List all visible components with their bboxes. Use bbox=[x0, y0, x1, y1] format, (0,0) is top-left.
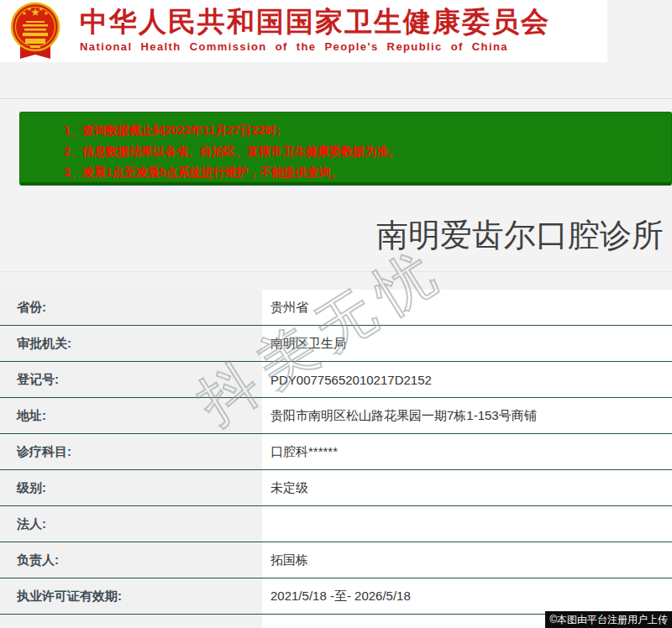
field-value: 未定级 bbox=[262, 470, 672, 505]
field-value: 贵阳市南明区松山路花果园一期7栋1-153号商铺 bbox=[262, 398, 672, 433]
table-row-person-in-charge: 负责人: 拓国栋 bbox=[0, 542, 672, 578]
field-label bbox=[0, 615, 262, 628]
table-row-registration-number: 登记号: PDY00775652010217D2152 bbox=[0, 362, 672, 398]
table-row-approval-authority: 审批机关: 南明区卫生局 bbox=[0, 326, 672, 362]
field-value: 拓国栋 bbox=[262, 542, 672, 578]
field-label: 省份: bbox=[0, 290, 262, 325]
table-row-province: 省份: 贵州省 bbox=[0, 290, 672, 326]
field-value: 2021/5/18 -至- 2026/5/18 bbox=[262, 578, 672, 614]
upload-credit-badge: ©本图由平台注册用户上传 bbox=[545, 611, 672, 628]
china-national-emblem-icon: ★ ★ ★ ★ ★ bbox=[8, 2, 62, 60]
field-label: 负责人: bbox=[0, 542, 262, 578]
field-label: 地址: bbox=[0, 398, 262, 433]
table-row-level: 级别: 未定级 bbox=[0, 470, 672, 506]
field-value: 口腔科****** bbox=[262, 434, 672, 469]
header-divider bbox=[0, 98, 672, 99]
field-value: 贵州省 bbox=[262, 290, 672, 325]
site-title-cn: 中华人民共和国国家卫生健康委员会 bbox=[80, 5, 550, 39]
notice-line-2: 2、信息数据结果以各省、自治区、直辖市卫生健康委数据为准。 bbox=[64, 141, 671, 162]
table-row-address: 地址: 贵阳市南明区松山路花果园一期7栋1-153号商铺 bbox=[0, 398, 672, 434]
field-label: 诊疗科目: bbox=[0, 434, 262, 469]
field-label: 执业许可证有效期: bbox=[0, 578, 262, 614]
field-label: 审批机关: bbox=[0, 326, 262, 361]
field-value bbox=[262, 506, 672, 542]
clinic-name-title: 南明爱齿尔口腔诊所 bbox=[0, 216, 664, 254]
field-label: 级别: bbox=[0, 470, 262, 505]
site-header-text: 中华人民共和国国家卫生健康委员会 National Health Commiss… bbox=[80, 5, 550, 53]
table-row-license-validity: 执业许可证有效期: 2021/5/18 -至- 2026/5/18 bbox=[0, 578, 672, 615]
svg-text:★: ★ bbox=[44, 10, 49, 16]
section-divider bbox=[0, 271, 672, 272]
field-label: 法人: bbox=[0, 506, 262, 542]
notice-line-3: 3、凌晨1点至凌晨5点系统进行维护，不能提供查询。 bbox=[64, 162, 671, 183]
notice-box: 1、查询数据截止到2022年11月27日22时; 2、信息数据结果以各省、自治区… bbox=[19, 112, 672, 186]
site-header: ★ ★ ★ ★ ★ 中华人民共和国国家卫生健康委员会 National Heal… bbox=[0, 0, 607, 62]
table-row-treatment-subjects: 诊疗科目: 口腔科****** bbox=[0, 434, 672, 470]
nhc-query-result-page: ★ ★ ★ ★ ★ 中华人民共和国国家卫生健康委员会 National Heal… bbox=[0, 0, 672, 628]
field-value: PDY00775652010217D2152 bbox=[262, 362, 672, 397]
field-label: 登记号: bbox=[0, 362, 262, 397]
clinic-info-table: 省份: 贵州省 审批机关: 南明区卫生局 登记号: PDY00775652010… bbox=[0, 290, 672, 628]
site-title-en: National Health Commission of the People… bbox=[80, 40, 550, 53]
field-value: 南明区卫生局 bbox=[262, 326, 672, 361]
table-row-legal-person: 法人: bbox=[0, 506, 672, 542]
notice-line-1: 1、查询数据截止到2022年11月27日22时; bbox=[64, 120, 671, 141]
